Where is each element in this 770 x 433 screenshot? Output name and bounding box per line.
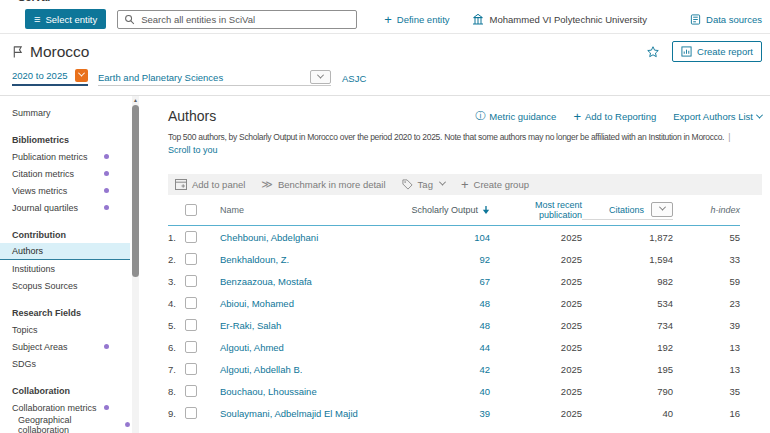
data-sources-icon <box>690 14 701 25</box>
row-checkbox[interactable] <box>185 231 197 243</box>
citations-metric-dropdown[interactable] <box>651 202 673 217</box>
metric-dot <box>104 405 109 410</box>
favorite-star-icon[interactable] <box>646 45 660 59</box>
scholarly-output-link[interactable]: 39 <box>406 408 490 419</box>
scholarly-output-link[interactable]: 40 <box>406 386 490 397</box>
author-name-link[interactable]: Chehbouni, Abdelghani <box>220 232 406 243</box>
scroll-to-you-link[interactable]: Scroll to you <box>168 145 762 155</box>
row-checkbox[interactable] <box>185 297 197 309</box>
scholarly-output-link[interactable]: 48 <box>406 298 490 309</box>
add-to-panel-icon <box>175 179 187 190</box>
scrollbar-thumb[interactable] <box>132 105 139 277</box>
column-header-scholarly-output[interactable]: Scholarly Output <box>406 205 490 215</box>
row-checkbox[interactable] <box>185 407 197 419</box>
table-row: 1. Chehbouni, Abdelghani 104 2025 1,872 … <box>168 226 740 248</box>
chevron-down-icon <box>439 179 446 186</box>
add-to-reporting-link[interactable]: + Add to Reporting <box>573 110 656 123</box>
table-row: 3. Benzaazoua, Mostafa 67 2025 982 59 <box>168 270 740 292</box>
table-header-row: Name Scholarly Output Most recent public… <box>168 195 740 226</box>
author-name-link[interactable]: Soulaymani, Adbelmajid El Majid <box>220 408 406 419</box>
sidebar-item-collaboration-metrics[interactable]: Collaboration metrics <box>0 399 130 416</box>
sidebar-item-subject-areas[interactable]: Subject Areas <box>0 338 130 355</box>
sidebar-item-citation-metrics[interactable]: Citation metrics <box>0 165 130 182</box>
author-name-link[interactable]: Er-Raki, Salah <box>220 320 406 331</box>
page-title: Authors <box>168 108 216 124</box>
sort-desc-icon[interactable] <box>482 205 490 215</box>
scholarly-output-link[interactable]: 42 <box>406 364 490 375</box>
scroll-up-arrow-icon[interactable]: ▲ <box>132 97 139 103</box>
author-name-link[interactable]: Bouchaou, Lhoussaine <box>220 386 406 397</box>
benchmark-button[interactable]: ≫ Benchmark in more detail <box>261 179 385 190</box>
metric-dot <box>104 344 109 349</box>
year-range-dropdown[interactable]: 2020 to 2025 <box>12 69 88 86</box>
sidebar-item-geographical-collaboration[interactable]: Geographical collaboration <box>0 416 130 433</box>
metric-dot <box>104 205 109 210</box>
table-row: 2. Benkhaldoun, Z. 92 2025 1,594 33 <box>168 248 740 270</box>
define-entity-button[interactable]: + Define entity <box>384 13 449 26</box>
sidebar-item-institutions[interactable]: Institutions <box>0 260 130 277</box>
author-name-link[interactable]: Algouti, Abdellah B. <box>220 364 406 375</box>
table-row: 6. Algouti, Ahmed 44 2025 192 13 <box>168 336 740 358</box>
sidebar-item-summary[interactable]: Summary <box>0 104 130 121</box>
search-input[interactable] <box>141 14 350 25</box>
row-checkbox[interactable] <box>185 341 197 353</box>
sidebar-item-topics[interactable]: Topics <box>0 321 130 338</box>
row-checkbox[interactable] <box>185 319 197 331</box>
scholarly-output-link[interactable]: 92 <box>406 254 490 265</box>
sidebar-item-scopus-sources[interactable]: Scopus Sources <box>0 277 130 294</box>
select-all-checkbox[interactable] <box>185 204 197 216</box>
year-range-chevron-button[interactable] <box>75 69 88 82</box>
metric-dot <box>104 154 109 159</box>
search-icon <box>124 14 135 25</box>
data-sources-label: Data sources <box>706 14 762 25</box>
plus-icon: + <box>461 178 469 191</box>
chevron-down-icon <box>756 111 763 118</box>
export-authors-list-dropdown[interactable]: Export Authors List <box>673 111 762 122</box>
data-sources-button[interactable]: Data sources <box>690 14 762 25</box>
row-checkbox[interactable] <box>185 253 197 265</box>
subject-area-dropdown[interactable]: Earth and Planetary Sciences <box>98 70 331 86</box>
column-header-h-index[interactable]: h-index <box>673 205 740 215</box>
chevron-down-icon <box>317 71 324 78</box>
row-checkbox[interactable] <box>185 363 197 375</box>
plus-icon: + <box>384 13 392 26</box>
metric-guidance-link[interactable]: ⓘ Metric guidance <box>475 109 556 123</box>
report-icon <box>681 46 692 57</box>
row-checkbox[interactable] <box>185 275 197 287</box>
plus-icon: + <box>573 110 581 123</box>
scholarly-output-link[interactable]: 44 <box>406 342 490 353</box>
sidebar-scrollbar[interactable]: ▲ <box>132 96 139 433</box>
chevron-down-icon <box>658 204 665 211</box>
benchmark-icon: ≫ <box>261 179 273 190</box>
create-group-button[interactable]: + Create group <box>461 178 529 191</box>
author-name-link[interactable]: Benzaazoua, Mostafa <box>220 276 406 287</box>
sidebar-item-publication-metrics[interactable]: Publication metrics <box>0 148 130 165</box>
scholarly-output-link[interactable]: 67 <box>406 276 490 287</box>
info-icon: ⓘ <box>475 109 485 123</box>
institution-menu[interactable]: Mohammed VI Polytechnic University <box>472 13 647 25</box>
institution-label: Mohammed VI Polytechnic University <box>490 14 647 25</box>
table-toolbar: Add to panel ≫ Benchmark in more detail … <box>168 174 762 195</box>
sidebar-item-views-metrics[interactable]: Views metrics <box>0 182 130 199</box>
row-checkbox[interactable] <box>185 385 197 397</box>
select-entity-button[interactable]: ≡ Select entity <box>25 9 106 29</box>
column-header-citations[interactable]: Citations <box>582 202 673 220</box>
sidebar-item-authors[interactable]: Authors <box>0 243 130 260</box>
sidebar-item-journal-quartiles[interactable]: Journal quartiles <box>0 199 130 216</box>
entity-search-box[interactable] <box>117 10 357 29</box>
scholarly-output-link[interactable]: 48 <box>406 320 490 331</box>
sidebar-section-research-fields: Research Fields <box>0 304 130 321</box>
create-report-button[interactable]: Create report <box>672 41 762 62</box>
author-name-link[interactable]: Algouti, Ahmed <box>220 342 406 353</box>
flag-icon <box>12 45 23 58</box>
author-name-link[interactable]: Abioui, Mohamed <box>220 298 406 309</box>
sidebar-item-sdgs[interactable]: SDGs <box>0 355 130 372</box>
add-to-panel-button[interactable]: Add to panel <box>175 179 245 190</box>
author-name-link[interactable]: Benkhaldoun, Z. <box>220 254 406 265</box>
scholarly-output-link[interactable]: 104 <box>406 232 490 243</box>
column-header-most-recent-publication[interactable]: Most recent publication <box>490 200 582 220</box>
column-header-name[interactable]: Name <box>220 205 406 215</box>
description-separator: | <box>728 132 730 142</box>
tag-dropdown-button[interactable]: Tag <box>402 179 445 190</box>
subject-area-chevron-button[interactable] <box>310 70 331 84</box>
